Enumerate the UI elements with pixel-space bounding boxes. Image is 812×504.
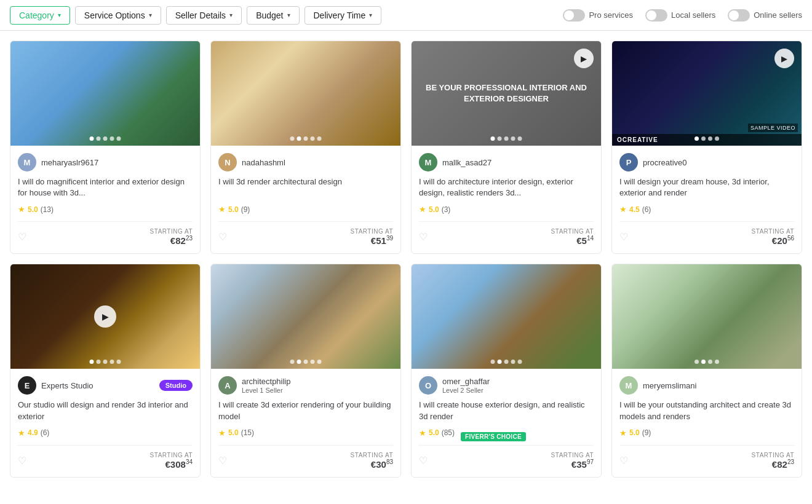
dot-1 [701, 136, 706, 141]
star-icon: ★ [619, 428, 627, 438]
card-2[interactable]: N nadahashml I will 3d render architectu… [210, 41, 401, 254]
video-text: BE YOUR PROFESSIONAL INTERIOR AND EXTERI… [412, 82, 601, 104]
card-6[interactable]: A architectphilip Level 1 Seller I will … [210, 264, 401, 477]
carousel-dots [90, 136, 121, 141]
card-title: I will be your outstanding architect and… [619, 400, 794, 422]
pro-services-toggle[interactable] [563, 9, 585, 22]
budget-label: Budget [256, 10, 283, 20]
favorite-button[interactable]: ♡ [18, 231, 26, 243]
budget-filter[interactable]: Budget ▾ [247, 6, 299, 25]
dot-0 [290, 360, 295, 364]
favorite-button[interactable]: ♡ [619, 455, 628, 467]
seller-details: procreative0 [643, 158, 687, 167]
favorite-button[interactable]: ♡ [218, 231, 227, 243]
card-3[interactable]: BE YOUR PROFESSIONAL INTERIOR AND EXTERI… [411, 41, 602, 254]
seller-details: architectphilip Level 1 Seller [242, 377, 291, 394]
seller-level: Level 2 Seller [442, 387, 490, 394]
rating: ★ 5.0 (9) [218, 205, 250, 214]
seller-name: omer_ghaffar [442, 377, 490, 386]
play-center-btn[interactable]: ▶ [94, 305, 116, 328]
avatar: P [619, 153, 638, 171]
card-body: A architectphilip Level 1 Seller I will … [211, 369, 400, 476]
starting-at-label: STARTING AT [150, 228, 193, 235]
card-title: I will create house exterior design, and… [419, 400, 594, 422]
card-8[interactable]: M meryemslimani I will be your outstandi… [611, 264, 802, 477]
dot-3 [110, 360, 114, 364]
category-filter[interactable]: Category ▾ [10, 6, 70, 25]
rating-value: 4.9 [28, 428, 38, 437]
seller-name: nadahashml [242, 158, 285, 167]
card-5[interactable]: ▶ E Experts Studio Studio Our studio wil… [10, 264, 201, 477]
card-title: Our studio will design and render 3d int… [18, 400, 193, 422]
carousel-dots [290, 360, 322, 364]
dot-2 [304, 360, 308, 364]
studio-badge: Studio [159, 380, 193, 391]
card-title: I will design your dream house, 3d inter… [619, 176, 794, 199]
dot-0 [695, 136, 699, 141]
rating-count: (9) [241, 205, 250, 214]
pro-services-toggle-group: Pro services [563, 9, 633, 22]
seller-details: meharyaslr9617 [41, 158, 98, 167]
star-icon: ★ [619, 205, 627, 214]
dot-0 [90, 360, 94, 364]
rating-row: ★ 4.5 (6) [619, 205, 794, 221]
carousel-dots [290, 136, 322, 141]
rating-row: ★ 5.0 (13) [18, 205, 193, 221]
card-footer: ♡ STARTING AT €30834 [18, 445, 193, 470]
rating-value: 4.5 [629, 205, 640, 214]
card-1[interactable]: M meharyaslr9617 I will do magnificent i… [10, 41, 201, 254]
seller-name: Experts Studio [41, 381, 94, 390]
dot-2 [708, 360, 712, 364]
service-options-label: Service Options [84, 10, 145, 20]
card-footer: ♡ STARTING AT €514 [419, 221, 594, 246]
rating-count: (6) [41, 428, 50, 437]
carousel-dots [695, 360, 719, 364]
price-section: STARTING AT €30834 [150, 452, 193, 470]
price-section: STARTING AT €5139 [351, 228, 393, 246]
rating-value: 5.0 [28, 205, 38, 214]
seller-details-filter[interactable]: Seller Details ▾ [166, 6, 242, 25]
card-footer: ♡ STARTING AT €2056 [619, 221, 794, 246]
local-sellers-toggle[interactable] [645, 9, 667, 22]
card-7[interactable]: O omer_ghaffar Level 2 Seller I will cre… [411, 264, 602, 477]
dot-4 [117, 136, 121, 141]
seller-info: P procreative0 [619, 153, 794, 171]
star-icon: ★ [218, 428, 226, 438]
card-4[interactable]: ▶ OCREATIVE SAMPLE VIDEO P procreative0 … [611, 41, 802, 254]
dot-0 [695, 360, 699, 364]
price-section: STARTING AT €8223 [150, 228, 193, 246]
avatar: A [218, 376, 237, 395]
star-icon: ★ [18, 428, 25, 438]
delivery-time-filter[interactable]: Delivery Time ▾ [304, 6, 382, 25]
dot-3 [715, 136, 719, 141]
price: €2056 [752, 235, 794, 246]
favorite-button[interactable]: ♡ [419, 455, 428, 467]
filter-bar: Category ▾ Service Options ▾ Seller Deta… [0, 0, 812, 31]
card-footer: ♡ STARTING AT €8223 [619, 445, 794, 470]
play-corner-btn[interactable]: ▶ [774, 49, 794, 68]
service-options-filter[interactable]: Service Options ▾ [75, 6, 161, 25]
card-title: I will do architecture interior design, … [419, 176, 594, 199]
online-sellers-toggle-group: Online sellers [728, 9, 802, 22]
card-title: I will create 3d exterior rendering of y… [218, 400, 393, 422]
price-section: STARTING AT €3083 [351, 452, 393, 470]
dot-2 [103, 136, 108, 141]
price: €3083 [351, 459, 393, 470]
favorite-button[interactable]: ♡ [218, 455, 227, 467]
dot-4 [518, 360, 522, 364]
rating-count: (85) [442, 428, 455, 437]
card-footer: ♡ STARTING AT €3597 [419, 445, 594, 470]
favorite-button[interactable]: ♡ [419, 231, 428, 243]
online-sellers-toggle[interactable] [728, 9, 750, 22]
dot-2 [504, 136, 509, 141]
play-corner-btn[interactable]: ▶ [574, 49, 594, 68]
category-label: Category [19, 10, 54, 20]
rating-count: (13) [41, 205, 54, 214]
rating: ★ 5.0 (85) [419, 428, 455, 438]
dot-3 [715, 360, 719, 364]
favorite-button[interactable]: ♡ [619, 231, 628, 243]
pro-services-label: Pro services [589, 10, 633, 20]
price-section: STARTING AT €3597 [551, 452, 594, 470]
favorite-button[interactable]: ♡ [18, 455, 26, 467]
rating-value: 5.0 [228, 428, 239, 437]
